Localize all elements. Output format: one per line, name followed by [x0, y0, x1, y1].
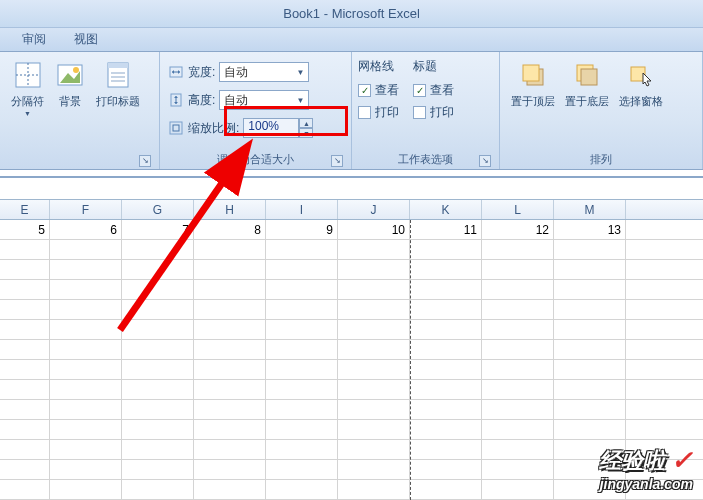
- gridlines-view-checkbox[interactable]: ✓: [358, 84, 371, 97]
- cell[interactable]: [410, 260, 482, 279]
- dialog-launcher-icon[interactable]: ↘: [139, 155, 151, 167]
- cell[interactable]: [0, 280, 50, 299]
- cell[interactable]: [194, 400, 266, 419]
- cell[interactable]: [410, 400, 482, 419]
- cell[interactable]: [482, 380, 554, 399]
- cell[interactable]: [0, 260, 50, 279]
- cell[interactable]: [554, 400, 626, 419]
- cell[interactable]: [122, 340, 194, 359]
- cell[interactable]: [266, 280, 338, 299]
- cell[interactable]: [554, 240, 626, 259]
- cell[interactable]: [50, 420, 122, 439]
- cell[interactable]: [482, 460, 554, 479]
- cell[interactable]: [0, 240, 50, 259]
- cell[interactable]: [122, 360, 194, 379]
- cell[interactable]: [0, 360, 50, 379]
- cell[interactable]: [266, 320, 338, 339]
- cell[interactable]: [266, 440, 338, 459]
- cell[interactable]: [50, 280, 122, 299]
- cell[interactable]: [338, 240, 410, 259]
- print-titles-button[interactable]: 打印标题: [91, 56, 145, 112]
- cell[interactable]: [50, 340, 122, 359]
- cell[interactable]: [410, 240, 482, 259]
- column-header[interactable]: J: [338, 200, 410, 219]
- worksheet-grid[interactable]: E F G H I J K L M 5 6 7 8 9 10 11 12 13: [0, 200, 703, 500]
- cell[interactable]: 6: [50, 220, 122, 239]
- cell[interactable]: [338, 440, 410, 459]
- cell[interactable]: [194, 380, 266, 399]
- gridlines-print-checkbox[interactable]: [358, 106, 371, 119]
- cell[interactable]: [554, 380, 626, 399]
- cell[interactable]: [266, 340, 338, 359]
- column-header[interactable]: L: [482, 200, 554, 219]
- cell[interactable]: 7: [122, 220, 194, 239]
- background-button[interactable]: 背景: [49, 56, 91, 112]
- cell[interactable]: [194, 260, 266, 279]
- column-header[interactable]: M: [554, 200, 626, 219]
- cell[interactable]: [266, 360, 338, 379]
- cell[interactable]: [0, 320, 50, 339]
- cell[interactable]: [338, 320, 410, 339]
- cell[interactable]: 8: [194, 220, 266, 239]
- cell[interactable]: [482, 360, 554, 379]
- cell[interactable]: [266, 480, 338, 499]
- cell[interactable]: [50, 440, 122, 459]
- cell[interactable]: [122, 320, 194, 339]
- cell[interactable]: [122, 300, 194, 319]
- cell[interactable]: [554, 260, 626, 279]
- cell[interactable]: [50, 460, 122, 479]
- cell[interactable]: [482, 420, 554, 439]
- cell[interactable]: [122, 280, 194, 299]
- cell[interactable]: [410, 380, 482, 399]
- cell[interactable]: [0, 440, 50, 459]
- cell[interactable]: [194, 460, 266, 479]
- cell[interactable]: [410, 280, 482, 299]
- cell[interactable]: [122, 420, 194, 439]
- cell[interactable]: [50, 260, 122, 279]
- dialog-launcher-icon[interactable]: ↘: [479, 155, 491, 167]
- cell[interactable]: [482, 260, 554, 279]
- cell[interactable]: [554, 320, 626, 339]
- cell[interactable]: [194, 340, 266, 359]
- cell[interactable]: [194, 280, 266, 299]
- cell[interactable]: [410, 440, 482, 459]
- cell[interactable]: [50, 480, 122, 499]
- column-header[interactable]: I: [266, 200, 338, 219]
- cell[interactable]: [122, 460, 194, 479]
- cell[interactable]: 11: [410, 220, 482, 239]
- cell[interactable]: [482, 340, 554, 359]
- headings-print-checkbox[interactable]: [413, 106, 426, 119]
- cell[interactable]: 10: [338, 220, 410, 239]
- cell[interactable]: [0, 340, 50, 359]
- cell[interactable]: [122, 380, 194, 399]
- column-header[interactable]: G: [122, 200, 194, 219]
- cell[interactable]: [266, 260, 338, 279]
- cell[interactable]: 13: [554, 220, 626, 239]
- cell[interactable]: [554, 300, 626, 319]
- cell[interactable]: [266, 420, 338, 439]
- cell[interactable]: [266, 400, 338, 419]
- cell[interactable]: [194, 360, 266, 379]
- cell[interactable]: [482, 480, 554, 499]
- cell[interactable]: [338, 400, 410, 419]
- column-header[interactable]: H: [194, 200, 266, 219]
- cell[interactable]: 12: [482, 220, 554, 239]
- cell[interactable]: 5: [0, 220, 50, 239]
- cell[interactable]: [266, 460, 338, 479]
- cell[interactable]: [50, 240, 122, 259]
- cell[interactable]: [338, 420, 410, 439]
- cell[interactable]: [122, 480, 194, 499]
- cell[interactable]: [266, 240, 338, 259]
- cell[interactable]: [122, 400, 194, 419]
- cell[interactable]: [266, 380, 338, 399]
- cell[interactable]: [266, 300, 338, 319]
- cell[interactable]: [50, 380, 122, 399]
- cell[interactable]: [194, 420, 266, 439]
- cell[interactable]: [122, 440, 194, 459]
- cell[interactable]: [50, 400, 122, 419]
- cell[interactable]: [194, 320, 266, 339]
- cell[interactable]: [410, 340, 482, 359]
- column-header[interactable]: F: [50, 200, 122, 219]
- cell[interactable]: [410, 300, 482, 319]
- selection-pane-button[interactable]: 选择窗格: [614, 56, 668, 112]
